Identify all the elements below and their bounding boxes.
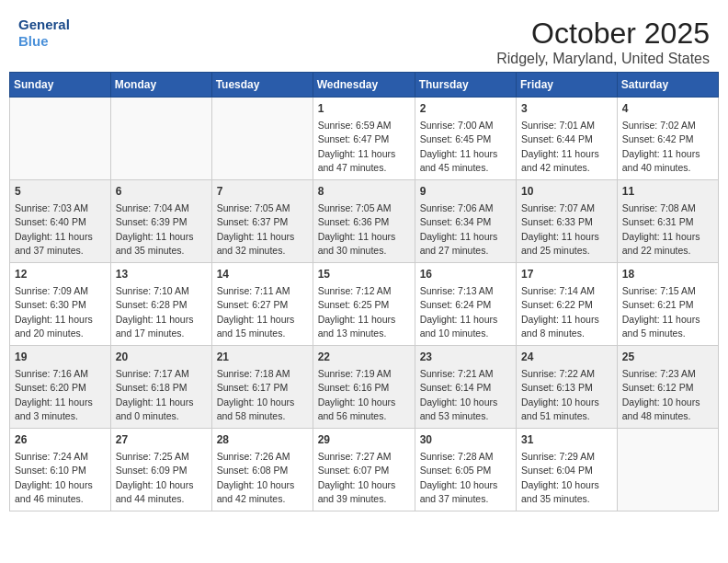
calendar-week-row: 1Sunrise: 6:59 AM Sunset: 6:47 PM Daylig… (10, 98, 719, 180)
day-number: 3 (521, 101, 612, 117)
calendar-week-row: 26Sunrise: 7:24 AM Sunset: 6:10 PM Dayli… (10, 429, 719, 511)
day-info: Sunrise: 7:22 AM Sunset: 6:13 PM Dayligh… (521, 368, 599, 421)
day-number: 14 (217, 267, 308, 282)
day-info: Sunrise: 7:29 AM Sunset: 6:04 PM Dayligh… (521, 451, 599, 504)
calendar-day-cell: 15Sunrise: 7:12 AM Sunset: 6:25 PM Dayli… (313, 263, 415, 346)
calendar-day-cell: 22Sunrise: 7:19 AM Sunset: 6:16 PM Dayli… (313, 346, 415, 429)
calendar-day-cell: 24Sunrise: 7:22 AM Sunset: 6:13 PM Dayli… (517, 346, 618, 429)
day-info: Sunrise: 7:05 AM Sunset: 6:36 PM Dayligh… (318, 202, 396, 256)
day-info: Sunrise: 6:59 AM Sunset: 6:47 PM Dayligh… (318, 120, 396, 173)
calendar-day-cell: 1Sunrise: 6:59 AM Sunset: 6:47 PM Daylig… (313, 98, 415, 180)
day-info: Sunrise: 7:16 AM Sunset: 6:20 PM Dayligh… (15, 368, 93, 421)
day-number: 6 (116, 184, 207, 200)
day-number: 1 (318, 101, 410, 117)
day-number: 31 (521, 432, 612, 448)
day-number: 26 (15, 432, 106, 448)
month-title: October 2025 (496, 17, 710, 51)
calendar-day-cell (617, 429, 718, 511)
day-number: 27 (116, 432, 207, 448)
calendar-day-cell: 11Sunrise: 7:08 AM Sunset: 6:31 PM Dayli… (617, 180, 718, 263)
day-number: 5 (15, 184, 106, 200)
day-number: 12 (15, 267, 106, 282)
day-number: 22 (318, 350, 410, 365)
calendar-day-cell (10, 98, 111, 180)
day-number: 17 (521, 267, 612, 282)
day-number: 18 (622, 267, 713, 282)
day-info: Sunrise: 7:25 AM Sunset: 6:09 PM Dayligh… (116, 451, 194, 504)
calendar-day-cell: 26Sunrise: 7:24 AM Sunset: 6:10 PM Dayli… (10, 429, 111, 511)
calendar-week-row: 19Sunrise: 7:16 AM Sunset: 6:20 PM Dayli… (10, 346, 719, 429)
day-number: 16 (420, 267, 511, 282)
day-number: 20 (116, 350, 207, 365)
day-number: 21 (217, 350, 308, 365)
calendar-day-cell: 28Sunrise: 7:26 AM Sunset: 6:08 PM Dayli… (211, 429, 313, 511)
day-number: 19 (15, 350, 106, 365)
day-info: Sunrise: 7:24 AM Sunset: 6:10 PM Dayligh… (15, 451, 93, 504)
logo: General Blue General Blue (18, 17, 70, 50)
day-info: Sunrise: 7:12 AM Sunset: 6:25 PM Dayligh… (318, 285, 396, 339)
day-info: Sunrise: 7:28 AM Sunset: 6:05 PM Dayligh… (420, 451, 498, 504)
day-info: Sunrise: 7:26 AM Sunset: 6:08 PM Dayligh… (217, 451, 295, 504)
calendar-day-cell: 19Sunrise: 7:16 AM Sunset: 6:20 PM Dayli… (10, 346, 111, 429)
day-info: Sunrise: 7:17 AM Sunset: 6:18 PM Dayligh… (116, 368, 194, 421)
day-number: 15 (318, 267, 410, 282)
calendar-week-row: 12Sunrise: 7:09 AM Sunset: 6:30 PM Dayli… (10, 263, 719, 346)
day-number: 24 (521, 350, 612, 365)
day-number: 29 (318, 432, 410, 448)
calendar-day-cell: 2Sunrise: 7:00 AM Sunset: 6:45 PM Daylig… (415, 98, 516, 180)
day-info: Sunrise: 7:05 AM Sunset: 6:37 PM Dayligh… (217, 202, 295, 256)
calendar-day-cell: 17Sunrise: 7:14 AM Sunset: 6:22 PM Dayli… (517, 263, 618, 346)
day-number: 30 (420, 432, 511, 448)
day-info: Sunrise: 7:09 AM Sunset: 6:30 PM Dayligh… (15, 285, 93, 339)
day-info: Sunrise: 7:27 AM Sunset: 6:07 PM Dayligh… (318, 451, 396, 504)
dow-header: Friday (517, 73, 618, 98)
logo-text-general: General (18, 17, 70, 33)
calendar-day-cell: 29Sunrise: 7:27 AM Sunset: 6:07 PM Dayli… (313, 429, 415, 511)
logo-text-blue: Blue (18, 33, 70, 50)
location-title: Ridgely, Maryland, United States (496, 51, 710, 67)
calendar-day-cell: 5Sunrise: 7:03 AM Sunset: 6:40 PM Daylig… (10, 180, 111, 263)
calendar-table: SundayMondayTuesdayWednesdayThursdayFrid… (9, 72, 719, 511)
calendar-day-cell: 9Sunrise: 7:06 AM Sunset: 6:34 PM Daylig… (415, 180, 516, 263)
day-info: Sunrise: 7:01 AM Sunset: 6:44 PM Dayligh… (521, 120, 599, 173)
day-number: 2 (420, 101, 511, 117)
day-info: Sunrise: 7:23 AM Sunset: 6:12 PM Dayligh… (622, 368, 700, 421)
day-number: 9 (420, 184, 511, 200)
calendar-day-cell: 12Sunrise: 7:09 AM Sunset: 6:30 PM Dayli… (10, 263, 111, 346)
title-block: October 2025 Ridgely, Maryland, United S… (496, 17, 710, 67)
day-info: Sunrise: 7:10 AM Sunset: 6:28 PM Dayligh… (116, 285, 194, 339)
dow-header: Wednesday (313, 73, 415, 98)
day-info: Sunrise: 7:08 AM Sunset: 6:31 PM Dayligh… (622, 202, 700, 256)
day-number: 13 (116, 267, 207, 282)
day-number: 11 (622, 184, 713, 200)
dow-header: Thursday (415, 73, 516, 98)
day-info: Sunrise: 7:15 AM Sunset: 6:21 PM Dayligh… (622, 285, 700, 339)
day-info: Sunrise: 7:19 AM Sunset: 6:16 PM Dayligh… (318, 368, 396, 421)
calendar-day-cell: 10Sunrise: 7:07 AM Sunset: 6:33 PM Dayli… (517, 180, 618, 263)
calendar-day-cell: 6Sunrise: 7:04 AM Sunset: 6:39 PM Daylig… (110, 180, 211, 263)
calendar-day-cell: 30Sunrise: 7:28 AM Sunset: 6:05 PM Dayli… (415, 429, 516, 511)
calendar-day-cell: 4Sunrise: 7:02 AM Sunset: 6:42 PM Daylig… (617, 98, 718, 180)
calendar-day-cell: 25Sunrise: 7:23 AM Sunset: 6:12 PM Dayli… (617, 346, 718, 429)
dow-header: Sunday (10, 73, 111, 98)
calendar-day-cell: 31Sunrise: 7:29 AM Sunset: 6:04 PM Dayli… (517, 429, 618, 511)
dow-header: Tuesday (211, 73, 313, 98)
day-info: Sunrise: 7:02 AM Sunset: 6:42 PM Dayligh… (622, 120, 700, 173)
calendar-day-cell (110, 98, 211, 180)
calendar-day-cell: 21Sunrise: 7:18 AM Sunset: 6:17 PM Dayli… (211, 346, 313, 429)
calendar-day-cell: 27Sunrise: 7:25 AM Sunset: 6:09 PM Dayli… (110, 429, 211, 511)
day-info: Sunrise: 7:00 AM Sunset: 6:45 PM Dayligh… (420, 120, 498, 173)
day-info: Sunrise: 7:11 AM Sunset: 6:27 PM Dayligh… (217, 285, 295, 339)
calendar-week-row: 5Sunrise: 7:03 AM Sunset: 6:40 PM Daylig… (10, 180, 719, 263)
day-number: 28 (217, 432, 308, 448)
day-info: Sunrise: 7:14 AM Sunset: 6:22 PM Dayligh… (521, 285, 599, 339)
calendar-day-cell: 14Sunrise: 7:11 AM Sunset: 6:27 PM Dayli… (211, 263, 313, 346)
calendar-day-cell: 18Sunrise: 7:15 AM Sunset: 6:21 PM Dayli… (617, 263, 718, 346)
day-info: Sunrise: 7:07 AM Sunset: 6:33 PM Dayligh… (521, 202, 599, 256)
day-number: 23 (420, 350, 511, 365)
calendar-day-cell: 16Sunrise: 7:13 AM Sunset: 6:24 PM Dayli… (415, 263, 516, 346)
dow-header: Monday (110, 73, 211, 98)
day-number: 4 (622, 101, 713, 117)
dow-header: Saturday (617, 73, 718, 98)
calendar-day-cell: 13Sunrise: 7:10 AM Sunset: 6:28 PM Dayli… (110, 263, 211, 346)
